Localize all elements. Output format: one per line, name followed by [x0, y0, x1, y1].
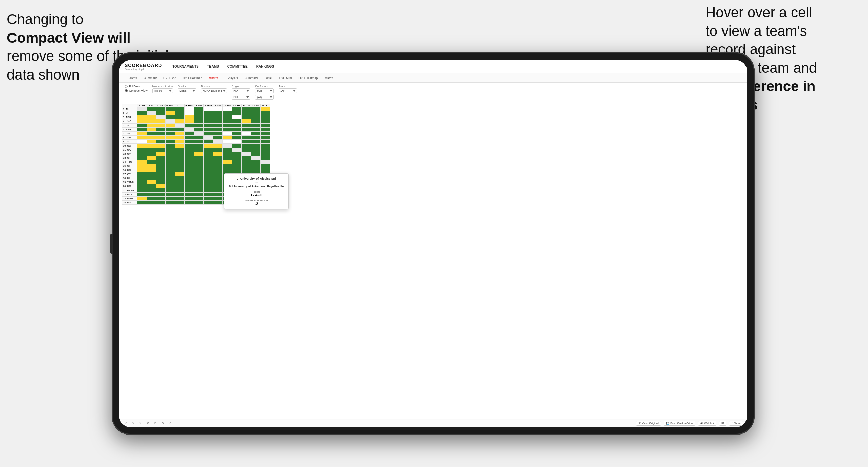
matrix-cell-5-6[interactable] — [194, 128, 204, 132]
matrix-cell-20-0[interactable] — [137, 188, 147, 193]
matrix-cell-11-12[interactable] — [251, 152, 261, 156]
matrix-cell-9-13[interactable] — [261, 144, 270, 148]
matrix-cell-4-10[interactable] — [232, 124, 242, 128]
matrix-cell-20-5[interactable] — [185, 188, 194, 193]
matrix-cell-5-0[interactable] — [137, 128, 147, 132]
matrix-cell-11-10[interactable] — [232, 152, 242, 156]
matrix-cell-4-11[interactable] — [242, 124, 251, 128]
tab-h2h-heatmap-players[interactable]: H2H Heatmap — [295, 75, 321, 82]
matrix-cell-2-9[interactable] — [223, 115, 232, 119]
matrix-cell-5-4[interactable] — [175, 128, 185, 132]
matrix-cell-5-1[interactable] — [147, 128, 156, 132]
nav-tournaments[interactable]: TOURNAMENTS — [172, 65, 199, 68]
matrix-cell-0-3[interactable] — [166, 107, 175, 111]
matrix-cell-15-6[interactable] — [194, 168, 204, 172]
compact-view-radio[interactable] — [125, 89, 128, 92]
matrix-cell-7-5[interactable] — [185, 136, 194, 140]
matrix-cell-4-7[interactable] — [204, 124, 213, 128]
matrix-cell-9-9[interactable] — [223, 144, 232, 148]
matrix-cell-10-8[interactable] — [213, 148, 223, 152]
matrix-cell-3-11[interactable] — [242, 119, 251, 124]
matrix-cell-8-11[interactable] — [242, 140, 251, 144]
matrix-cell-3-3[interactable] — [166, 119, 175, 124]
matrix-cell-21-6[interactable] — [194, 193, 204, 197]
matrix-cell-1-2[interactable] — [156, 111, 166, 115]
matrix-cell-18-7[interactable] — [204, 180, 213, 184]
matrix-cell-10-13[interactable] — [261, 148, 270, 152]
matrix-cell-16-0[interactable] — [137, 172, 147, 176]
matrix-cell-4-3[interactable] — [166, 124, 175, 128]
matrix-cell-8-3[interactable] — [166, 140, 175, 144]
matrix-cell-9-11[interactable] — [242, 144, 251, 148]
matrix-cell-12-1[interactable] — [147, 156, 156, 160]
matrix-cell-10-7[interactable] — [204, 148, 213, 152]
matrix-cell-4-13[interactable] — [261, 124, 270, 128]
nav-rankings[interactable]: RANKINGS — [256, 65, 274, 68]
matrix-cell-15-0[interactable] — [137, 168, 147, 172]
matrix-cell-5-2[interactable] — [156, 128, 166, 132]
matrix-cell-15-8[interactable] — [213, 168, 223, 172]
zoom-in-icon[interactable]: ⊕ — [146, 421, 150, 426]
matrix-cell-11-3[interactable] — [166, 152, 175, 156]
matrix-cell-12-11[interactable] — [242, 156, 251, 160]
matrix-cell-15-10[interactable] — [232, 168, 242, 172]
matrix-cell-3-1[interactable] — [147, 119, 156, 124]
matrix-cell-22-3[interactable] — [166, 197, 175, 201]
matrix-cell-14-6[interactable] — [194, 164, 204, 168]
matrix-cell-12-5[interactable] — [185, 156, 194, 160]
matrix-cell-19-3[interactable] — [166, 184, 175, 188]
matrix-cell-9-0[interactable] — [137, 144, 147, 148]
matrix-cell-12-2[interactable] — [156, 156, 166, 160]
matrix-cell-17-1[interactable] — [147, 176, 156, 180]
matrix-cell-16-8[interactable] — [213, 172, 223, 176]
matrix-cell-2-5[interactable] — [185, 115, 194, 119]
matrix-cell-11-2[interactable] — [156, 152, 166, 156]
matrix-cell-7-13[interactable] — [261, 136, 270, 140]
matrix-cell-4-0[interactable] — [137, 124, 147, 128]
matrix-cell-6-3[interactable] — [166, 132, 175, 136]
matrix-cell-5-11[interactable] — [242, 128, 251, 132]
matrix-cell-2-1[interactable] — [147, 115, 156, 119]
matrix-cell-21-3[interactable] — [166, 193, 175, 197]
matrix-cell-2-10[interactable] — [232, 115, 242, 119]
matrix-cell-10-2[interactable] — [156, 148, 166, 152]
matrix-cell-10-12[interactable] — [251, 148, 261, 152]
matrix-cell-14-4[interactable] — [175, 164, 185, 168]
matrix-cell-19-1[interactable] — [147, 184, 156, 188]
matrix-cell-4-2[interactable] — [156, 124, 166, 128]
matrix-cell-9-12[interactable] — [251, 144, 261, 148]
matrix-cell-3-5[interactable] — [185, 119, 194, 124]
matrix-cell-8-4[interactable] — [175, 140, 185, 144]
matrix-cell-20-1[interactable] — [147, 188, 156, 193]
matrix-cell-22-2[interactable] — [156, 197, 166, 201]
matrix-cell-8-8[interactable] — [213, 140, 223, 144]
matrix-cell-7-11[interactable] — [242, 136, 251, 140]
matrix-cell-12-4[interactable] — [175, 156, 185, 160]
matrix-cell-0-11[interactable] — [242, 107, 251, 111]
matrix-cell-1-4[interactable] — [175, 111, 185, 115]
matrix-cell-20-6[interactable] — [194, 188, 204, 193]
matrix-cell-11-6[interactable] — [194, 152, 204, 156]
matrix-cell-7-0[interactable] — [137, 136, 147, 140]
matrix-cell-0-5[interactable] — [185, 107, 194, 111]
matrix-cell-23-8[interactable] — [213, 201, 223, 205]
redo-icon[interactable]: ↪ — [131, 421, 135, 426]
matrix-cell-1-5[interactable] — [185, 111, 194, 115]
matrix-cell-16-2[interactable] — [156, 172, 166, 176]
matrix-cell-3-9[interactable] — [223, 119, 232, 124]
matrix-cell-17-6[interactable] — [194, 176, 204, 180]
matrix-cell-13-0[interactable] — [137, 160, 147, 164]
matrix-cell-10-6[interactable] — [194, 148, 204, 152]
matrix-cell-13-5[interactable] — [185, 160, 194, 164]
matrix-cell-15-9[interactable] — [223, 168, 232, 172]
matrix-cell-20-7[interactable] — [204, 188, 213, 193]
matrix-cell-10-11[interactable] — [242, 148, 251, 152]
matrix-cell-12-10[interactable] — [232, 156, 242, 160]
tab-summary-players[interactable]: Summary — [241, 75, 261, 82]
matrix-cell-8-0[interactable] — [137, 140, 147, 144]
matrix-cell-15-7[interactable] — [204, 168, 213, 172]
matrix-cell-11-4[interactable] — [175, 152, 185, 156]
matrix-cell-2-13[interactable] — [261, 115, 270, 119]
matrix-cell-19-5[interactable] — [185, 184, 194, 188]
matrix-cell-11-0[interactable] — [137, 152, 147, 156]
